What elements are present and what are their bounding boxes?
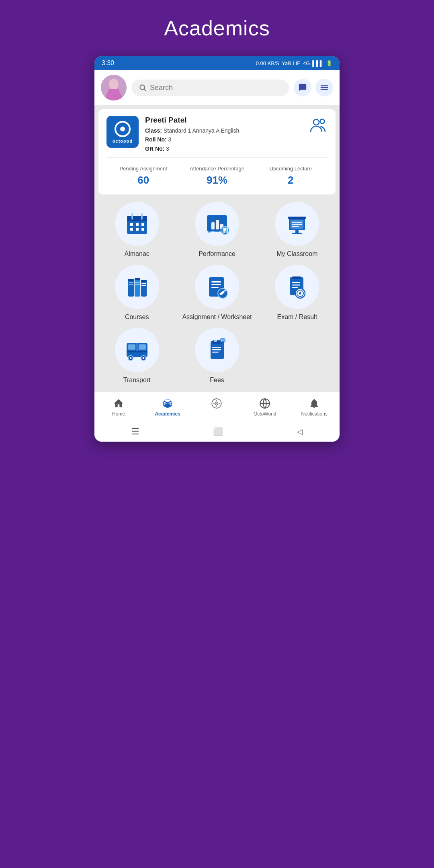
svg-point-11 xyxy=(313,119,319,125)
my-classroom-icon-circle xyxy=(275,202,319,246)
nav-academics[interactable]: Academics xyxy=(155,398,180,417)
bottom-nav: Home Academics + xyxy=(94,392,340,421)
nav-notifications-label: Notifications xyxy=(301,411,328,417)
octopod-icon xyxy=(114,120,131,138)
octoworld-icon xyxy=(259,398,270,409)
group-icon xyxy=(310,117,328,133)
nav-octoworld-plus[interactable]: + xyxy=(205,398,229,417)
menu-grid: Almanac 📊 Performance xyxy=(94,194,340,391)
svg-text:📊: 📊 xyxy=(222,227,228,233)
assignment-icon xyxy=(205,275,229,299)
profile-group-icon[interactable] xyxy=(310,117,328,136)
phone-frame: 3:30 0.00 KB/S YaB LIE 4G ▌▌▌ 🔋 Search xyxy=(94,56,340,442)
transport-icon xyxy=(124,337,150,363)
transport-label: Transport xyxy=(123,376,151,385)
almanac-icon xyxy=(125,212,149,236)
menu-item-my-classroom[interactable]: My Classroom xyxy=(260,202,334,258)
profile-class: Class: Standard 1 Annanya A English xyxy=(145,126,239,135)
menu-item-performance[interactable]: 📊 Performance xyxy=(180,202,254,258)
svg-rect-14 xyxy=(127,216,147,221)
svg-point-12 xyxy=(320,119,325,124)
gesture-home[interactable]: ⬜ xyxy=(213,427,223,436)
svg-rect-52 xyxy=(211,281,221,283)
stat-label-lecture: Upcoming Lecture xyxy=(254,166,328,172)
status-signal: ▌▌▌ xyxy=(312,60,323,66)
svg-rect-83 xyxy=(220,339,225,342)
profile-roll: Roll No: 3 xyxy=(145,135,239,144)
svg-rect-82 xyxy=(212,352,219,353)
top-bar: Search xyxy=(94,70,340,105)
nav-notifications[interactable]: Notifications xyxy=(301,398,328,417)
svg-point-10 xyxy=(120,127,125,131)
performance-icon-circle: 📊 xyxy=(195,202,239,246)
classroom-icon xyxy=(285,212,309,236)
svg-rect-80 xyxy=(212,347,221,348)
page-title: Academics xyxy=(164,16,270,40)
status-speed: 0.00 KB/S xyxy=(256,60,280,66)
exam-icon-circle xyxy=(275,265,319,309)
svg-rect-17 xyxy=(130,223,133,226)
performance-label: Performance xyxy=(199,250,235,258)
svg-rect-27 xyxy=(216,220,219,229)
stat-value-pending: 60 xyxy=(106,174,180,186)
stat-lecture: Upcoming Lecture 2 xyxy=(254,166,328,186)
stats-row: Pending Assignment 60 Attendance Percent… xyxy=(106,166,328,186)
stat-value-lecture: 2 xyxy=(254,174,328,186)
menu-item-exam[interactable]: Exam / Result xyxy=(260,265,334,321)
svg-line-5 xyxy=(144,89,146,91)
svg-rect-60 xyxy=(292,285,300,286)
menu-item-transport[interactable]: Transport xyxy=(100,328,174,385)
status-network: 4G xyxy=(303,60,310,66)
svg-point-74 xyxy=(129,357,131,359)
almanac-icon-circle xyxy=(115,202,159,246)
octoworld-plus-icon: + xyxy=(211,398,222,409)
stat-label-pending: Pending Assignment xyxy=(106,166,180,172)
nav-home[interactable]: Home xyxy=(106,398,131,417)
profile-text: Preeti Patel Class: Standard 1 Annanya A… xyxy=(145,116,239,153)
my-classroom-label: My Classroom xyxy=(276,250,317,258)
menu-item-almanac[interactable]: Almanac xyxy=(100,202,174,258)
svg-rect-22 xyxy=(141,228,144,231)
home-icon xyxy=(113,398,124,409)
svg-rect-42 xyxy=(128,279,134,281)
assignment-icon-circle xyxy=(195,265,239,309)
nav-octoworld[interactable]: OctoWorld xyxy=(253,398,277,417)
notifications-icon xyxy=(309,398,320,409)
status-battery: 🔋 xyxy=(326,60,332,66)
svg-rect-69 xyxy=(139,344,146,350)
top-icons xyxy=(294,79,333,96)
svg-rect-68 xyxy=(128,344,135,350)
stats-divider xyxy=(106,157,328,158)
courses-icon xyxy=(125,275,149,299)
svg-point-64 xyxy=(299,292,301,295)
stat-pending-assignment: Pending Assignment 60 xyxy=(106,166,180,186)
svg-rect-43 xyxy=(135,278,140,280)
svg-rect-40 xyxy=(135,278,140,297)
avatar[interactable] xyxy=(101,75,127,100)
nav-academics-label: Academics xyxy=(155,411,180,417)
gesture-menu[interactable]: ☰ xyxy=(131,426,139,437)
courses-label: Courses xyxy=(125,313,149,321)
svg-rect-3 xyxy=(108,89,119,98)
gesture-back[interactable]: ◁ xyxy=(297,427,303,436)
menu-item-assignment[interactable]: Assignment / Worksheet xyxy=(180,265,254,321)
fees-label: Fees xyxy=(210,376,224,385)
assignment-label: Assignment / Worksheet xyxy=(182,313,252,321)
search-icon xyxy=(139,84,147,92)
fees-icon xyxy=(205,338,229,362)
menu-item-fees[interactable]: Fees xyxy=(180,328,254,385)
profile-info: octopod Preeti Patel Class: Standard 1 A… xyxy=(106,116,328,153)
hamburger-icon xyxy=(320,83,329,92)
status-data: YaB LIE xyxy=(282,60,301,66)
svg-rect-33 xyxy=(288,217,306,219)
menu-item-courses[interactable]: Courses xyxy=(100,265,174,321)
svg-rect-81 xyxy=(212,349,221,350)
menu-button[interactable] xyxy=(315,79,333,96)
exam-label: Exam / Result xyxy=(277,313,317,321)
chat-button[interactable] xyxy=(294,79,311,96)
performance-icon: 📊 xyxy=(205,212,229,236)
search-bar[interactable]: Search xyxy=(131,80,289,96)
svg-rect-53 xyxy=(211,284,221,285)
gesture-bar: ☰ ⬜ ◁ xyxy=(94,421,340,442)
svg-rect-58 xyxy=(292,276,301,279)
